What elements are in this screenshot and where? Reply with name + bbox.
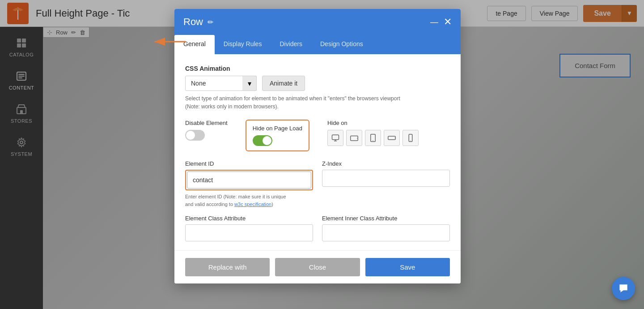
element-id-label: Element ID bbox=[185, 160, 313, 167]
tab-dividers[interactable]: Dividers bbox=[271, 35, 311, 54]
element-class-group: Element Class Attribute bbox=[185, 215, 313, 241]
minimize-button[interactable]: — bbox=[430, 18, 438, 26]
element-id-highlight bbox=[185, 170, 313, 190]
close-modal-button[interactable]: ✕ bbox=[444, 17, 452, 27]
tab-display-rules[interactable]: Display Rules bbox=[215, 35, 271, 54]
element-id-row: Element ID Z-Index bbox=[185, 160, 450, 190]
save-modal-button[interactable]: Save bbox=[365, 258, 450, 276]
svg-point-14 bbox=[357, 138, 358, 139]
hide-on-section: Hide on bbox=[327, 120, 419, 146]
disable-element-toggle[interactable] bbox=[185, 130, 205, 141]
disable-element-label: Disable Element bbox=[185, 120, 228, 126]
element-inner-class-label: Element Inner Class Attribute bbox=[322, 215, 450, 222]
css-animation-label: CSS Animation bbox=[185, 65, 450, 72]
svg-point-18 bbox=[394, 137, 395, 138]
z-index-group: Z-Index bbox=[322, 160, 450, 190]
device-mobile-button[interactable] bbox=[402, 130, 419, 146]
animation-select-wrapper: None fadeIn slideIn zoomIn ▾ bbox=[185, 76, 257, 91]
animation-row: None fadeIn slideIn zoomIn ▾ Animate it bbox=[185, 76, 450, 91]
select-arrow-icon: ▾ bbox=[242, 76, 257, 91]
svg-point-16 bbox=[373, 140, 373, 141]
modal-header: Row ✏ — ✕ bbox=[174, 9, 461, 35]
chat-bubble[interactable] bbox=[612, 277, 635, 300]
animate-button[interactable]: Animate it bbox=[262, 76, 305, 91]
modal-body: CSS Animation None fadeIn slideIn zoomIn… bbox=[174, 54, 461, 250]
tab-general[interactable]: General bbox=[174, 35, 215, 54]
toggles-row: Disable Element Hide on Page Load Hide o… bbox=[185, 120, 450, 151]
class-fields-row: Element Class Attribute Element Inner Cl… bbox=[185, 215, 450, 241]
tab-design-options[interactable]: Design Options bbox=[311, 35, 372, 54]
element-id-input[interactable] bbox=[187, 172, 311, 189]
modal-footer: Replace with Close Save bbox=[174, 250, 461, 283]
element-inner-class-group: Element Inner Class Attribute bbox=[322, 215, 450, 241]
hide-on-label: Hide on bbox=[327, 120, 419, 126]
modal-title: Row bbox=[183, 16, 203, 28]
replace-with-button[interactable]: Replace with bbox=[185, 258, 270, 276]
z-index-input[interactable] bbox=[322, 170, 450, 187]
hide-on-page-load-highlight: Hide on Page Load bbox=[246, 120, 309, 151]
svg-point-20 bbox=[410, 140, 411, 141]
row-settings-modal: Row ✏ — ✕ General Display Rules Dividers… bbox=[174, 9, 461, 283]
modal-title-area: Row ✏ bbox=[183, 16, 213, 28]
hide-on-page-load-label: Hide on Page Load bbox=[253, 125, 302, 132]
element-id-group: Element ID bbox=[185, 160, 313, 190]
close-button[interactable]: Close bbox=[275, 258, 360, 276]
device-icons bbox=[327, 130, 419, 146]
element-class-input[interactable] bbox=[185, 224, 313, 241]
w3c-link[interactable]: w3c specification bbox=[234, 202, 271, 207]
device-mobile-landscape-button[interactable] bbox=[384, 130, 400, 146]
element-id-hint: Enter element ID (Note: make sure it is … bbox=[185, 193, 450, 208]
svg-rect-12 bbox=[332, 135, 339, 140]
element-class-label: Element Class Attribute bbox=[185, 215, 313, 222]
device-tablet-button[interactable] bbox=[365, 130, 381, 146]
z-index-label: Z-Index bbox=[322, 160, 450, 167]
svg-rect-17 bbox=[388, 136, 396, 140]
device-tablet-landscape-button[interactable] bbox=[346, 130, 362, 146]
svg-rect-13 bbox=[351, 136, 358, 141]
hide-on-page-load-toggle[interactable] bbox=[253, 135, 272, 146]
modal-edit-icon[interactable]: ✏ bbox=[208, 18, 213, 26]
animation-hint: Select type of animation for element to … bbox=[185, 94, 450, 111]
modal-header-actions: — ✕ bbox=[430, 17, 452, 27]
element-inner-class-input[interactable] bbox=[322, 224, 450, 241]
modal-tabs: General Display Rules Dividers Design Op… bbox=[174, 35, 461, 54]
device-desktop-button[interactable] bbox=[327, 130, 343, 146]
disable-element-group: Disable Element bbox=[185, 120, 228, 141]
